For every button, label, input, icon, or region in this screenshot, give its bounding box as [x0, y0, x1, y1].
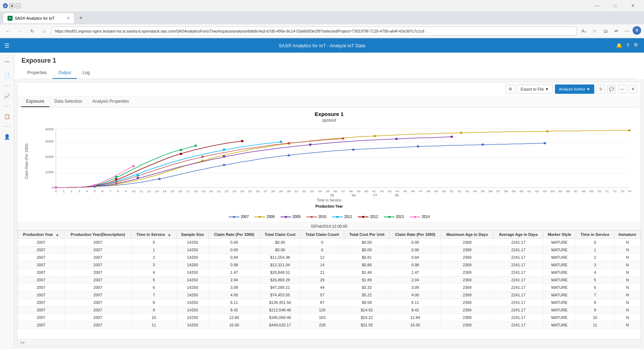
svg-text:0: 0: [55, 190, 57, 193]
svg-text:30: 30: [287, 190, 291, 193]
svg-point-44: [115, 178, 117, 180]
col-header-time-in-service-2[interactable]: Time in Service: [576, 231, 614, 239]
col-header-time-in-service[interactable]: Time in Service ▲: [131, 231, 176, 239]
refresh-button[interactable]: ↻: [27, 26, 37, 36]
col-header-prod-year-desc[interactable]: Production Year(Description): [64, 231, 131, 239]
back-button[interactable]: ←: [3, 26, 13, 36]
svg-text:37: 37: [341, 190, 345, 193]
svg-point-27: [628, 129, 630, 131]
svg-point-53: [132, 165, 135, 167]
svg-text:3: 3: [78, 190, 80, 193]
tab-properties[interactable]: Properties: [21, 67, 53, 79]
toolbar-close-icon[interactable]: ✕: [629, 85, 637, 93]
col-header-total-cost-per-unit[interactable]: Total Cost Per Unit: [344, 231, 390, 239]
svg-text:42: 42: [380, 190, 384, 193]
chart-svg: 0 1000 2000 3000 4000: [30, 125, 634, 198]
browser-menu-button[interactable]: ⋯: [622, 26, 632, 36]
toolbar-minimize-icon[interactable]: —: [618, 85, 626, 93]
address-input[interactable]: [52, 26, 577, 36]
analysis-tab-analysis-properties[interactable]: Analysis Properties: [87, 96, 134, 107]
col-header-marker-style[interactable]: Marker Style: [543, 231, 576, 239]
svg-text:49: 49: [434, 190, 438, 193]
table-cell: 2369: [441, 261, 493, 269]
table-row: 200720077142504.00$74,453.5557$5.224.002…: [18, 291, 641, 299]
data-timestamp: 02Feb2014:12:00:00: [18, 223, 641, 230]
svg-point-38: [342, 137, 344, 140]
table-row: 20072007101425012.84$345,069.46183$24.22…: [18, 314, 641, 321]
close-button[interactable]: ✕: [625, 2, 641, 9]
new-tab-button[interactable]: +: [76, 13, 86, 23]
col-header-claim-rate[interactable]: Claim Rate (Per 1000): [209, 231, 260, 239]
col-header-total-claim-count[interactable]: Total Claim Count: [301, 231, 344, 239]
notification-icon[interactable]: 🔔: [616, 43, 622, 48]
profile-icon[interactable]: A: [3, 3, 8, 8]
toolbar-copy-icon[interactable]: ⎘: [596, 85, 605, 93]
svg-text:12: 12: [147, 190, 151, 193]
sidebar-collapse-icon[interactable]: —: [1, 55, 13, 67]
collection-button[interactable]: 🗂: [600, 26, 610, 36]
extension-icon[interactable]: □: [16, 3, 21, 8]
sidebar-user-icon[interactable]: 👤: [1, 131, 13, 142]
col-header-claim-rate-2[interactable]: Claim Rate (Per 1000): [390, 231, 441, 239]
svg-text:50: 50: [442, 190, 446, 193]
table-cell: 6.11: [209, 299, 260, 306]
col-header-total-claim-cost[interactable]: Total Claim Cost: [260, 231, 301, 239]
svg-text:10: 10: [132, 190, 136, 193]
bottom-expand-bar[interactable]: >>: [18, 339, 641, 346]
x-axis-label: Time in Service: [25, 198, 634, 202]
table-cell: 8.42: [390, 306, 441, 314]
star-button[interactable]: ☆: [590, 26, 600, 36]
col-header-immature[interactable]: Immature: [614, 231, 641, 239]
svg-point-14: [223, 164, 225, 166]
sidebar-document-icon[interactable]: 📄: [1, 70, 13, 81]
table-cell: $47,289.21: [260, 284, 301, 291]
data-table: Production Year ▲ Production Year(Descri…: [18, 230, 641, 329]
table-cell: 2007: [64, 254, 131, 261]
analysis-tab-data-selection[interactable]: Data Selection: [49, 96, 87, 107]
toolbar-settings-icon[interactable]: ⚙: [506, 85, 514, 93]
browser-profile-button[interactable]: A: [633, 26, 641, 35]
svg-text:57: 57: [496, 190, 500, 193]
hamburger-menu[interactable]: ☰: [4, 42, 9, 49]
svg-point-33: [450, 136, 453, 138]
tab-log[interactable]: Log: [77, 67, 96, 79]
forward-button[interactable]: →: [15, 26, 25, 36]
col-header-max-age[interactable]: Maximum Age in Days: [441, 231, 493, 239]
table-row: 200720079142508.42$212,648.46120$14.928.…: [18, 306, 641, 314]
tab-output[interactable]: Output: [53, 67, 77, 79]
minimize-button[interactable]: —: [589, 2, 605, 9]
table-cell: 87: [301, 299, 344, 306]
sidebar-analysis-icon[interactable]: 📋: [1, 111, 13, 122]
maximize-button[interactable]: □: [607, 2, 623, 9]
table-cell: $24.22: [344, 314, 390, 321]
table-cell: 14250: [176, 276, 209, 284]
app-icon[interactable]: ⊞: [9, 3, 14, 8]
analysis-tab-exposure[interactable]: Exposure: [21, 96, 49, 107]
col-header-prod-year[interactable]: Production Year ▲: [18, 231, 64, 239]
svg-point-140: [311, 216, 313, 218]
sidebar-chart-icon[interactable]: 📈: [1, 90, 13, 102]
table-cell: MATURE: [543, 299, 576, 306]
table-cell: N: [614, 291, 641, 299]
table-cell: N: [614, 246, 641, 254]
col-header-sample-size[interactable]: Sample Size: [176, 231, 209, 239]
sync-button[interactable]: ⇌: [611, 26, 621, 36]
table-cell: 2369: [441, 239, 493, 246]
home-button[interactable]: ⌂: [39, 26, 49, 36]
export-to-file-button[interactable]: Export to File ▼: [517, 84, 553, 94]
svg-point-138: [285, 216, 287, 218]
table-cell: 2007: [64, 261, 131, 269]
analyze-further-button[interactable]: Analyze further ▼: [555, 84, 594, 94]
browser-tab-sas[interactable]: S SAS® Analytics for IoT ✕: [3, 13, 74, 23]
toolbar-comment-icon[interactable]: 💬: [607, 85, 616, 93]
svg-text:78: 78: [394, 194, 399, 197]
svg-text:46: 46: [411, 190, 415, 193]
svg-text:8: 8: [117, 190, 119, 193]
col-header-avg-age[interactable]: Average Age in Days: [493, 231, 543, 239]
search-icon[interactable]: 🔍: [634, 43, 640, 48]
table-cell: MATURE: [543, 276, 576, 284]
help-icon[interactable]: ?: [626, 43, 629, 48]
title-bar: A ⊞ □ — □ ✕: [0, 0, 644, 11]
reader-mode-button[interactable]: Aᵥ: [579, 26, 589, 36]
tab-close-button[interactable]: ✕: [67, 16, 70, 20]
